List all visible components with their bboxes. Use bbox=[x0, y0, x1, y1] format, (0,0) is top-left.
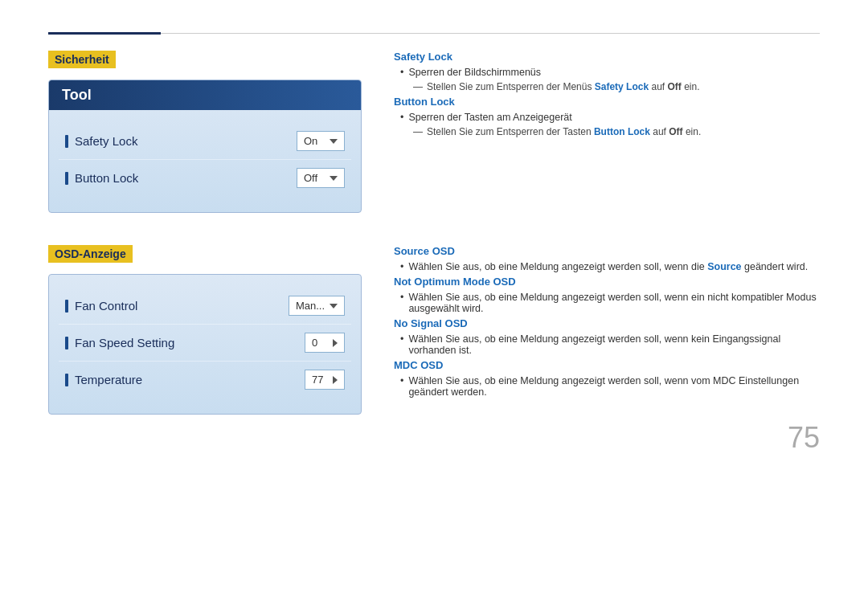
safety-lock-value: On bbox=[304, 135, 317, 147]
safety-lock-bullet-text: Sperren der Bildschirmmenüs bbox=[408, 67, 541, 78]
temperature-stepper[interactable]: 77 bbox=[305, 370, 345, 390]
fan-speed-stepper[interactable]: 0 bbox=[305, 333, 345, 353]
fan-speed-label-text: Fan Speed Setting bbox=[75, 336, 174, 349]
fan-speed-bar bbox=[65, 337, 68, 349]
fan-speed-arrow-icon bbox=[333, 339, 338, 347]
top-rules bbox=[48, 32, 820, 35]
button-lock-link: Button Lock bbox=[592, 126, 653, 137]
sicherheit-section: Sicherheit Tool Safety Lock On bbox=[48, 51, 820, 213]
button-lock-arrow-icon bbox=[330, 176, 338, 181]
fan-control-label-text: Fan Control bbox=[75, 299, 137, 313]
osd-anzeige-header: OSD-Anzeige bbox=[48, 245, 133, 263]
sicherheit-tool-panel: Tool Safety Lock On bbox=[48, 80, 362, 213]
button-lock-sub: Stellen Sie zum Entsperren der Tasten Bu… bbox=[413, 126, 820, 137]
no-signal-title: No Signal OSD bbox=[394, 317, 820, 329]
rule-right bbox=[161, 33, 820, 34]
safety-lock-desc-title: Safety Lock bbox=[394, 51, 820, 63]
sicherheit-right: Safety Lock Sperren der Bildschirmmenüs … bbox=[394, 51, 820, 213]
button-lock-control[interactable]: Off bbox=[297, 168, 345, 188]
mdc-osd-desc: MDC OSD Wählen Sie aus, ob eine Meldung … bbox=[394, 359, 820, 398]
page-container: Sicherheit Tool Safety Lock On bbox=[0, 0, 868, 479]
temperature-label-text: Temperature bbox=[75, 373, 142, 386]
temperature-label: Temperature bbox=[65, 373, 305, 386]
source-osd-desc: Source OSD Wählen Sie aus, ob eine Meldu… bbox=[394, 245, 820, 272]
temperature-row: Temperature 77 bbox=[59, 362, 351, 398]
fan-control-control[interactable]: Man... bbox=[289, 296, 345, 316]
not-optimum-desc: Not Optimum Mode OSD Wählen Sie aus, ob … bbox=[394, 276, 820, 314]
fan-control-value: Man... bbox=[296, 300, 325, 312]
safety-lock-bullet: Sperren der Bildschirmmenüs bbox=[400, 67, 820, 78]
button-lock-label-text: Button Lock bbox=[75, 171, 138, 185]
no-signal-bullet-text: Wählen Sie aus, ob eine Meldung angezeig… bbox=[408, 333, 820, 356]
osd-anzeige-right: Source OSD Wählen Sie aus, ob eine Meldu… bbox=[394, 245, 820, 415]
button-lock-bullet-text: Sperren der Tasten am Anzeigegerät bbox=[408, 112, 571, 123]
no-signal-desc: No Signal OSD Wählen Sie aus, ob eine Me… bbox=[394, 317, 820, 356]
mdc-osd-title: MDC OSD bbox=[394, 359, 820, 371]
fan-control-label: Fan Control bbox=[65, 299, 289, 313]
sicherheit-panel-title: Tool bbox=[49, 80, 361, 110]
button-lock-bar bbox=[65, 172, 68, 185]
mdc-osd-bullet: Wählen Sie aus, ob eine Meldung angezeig… bbox=[400, 375, 820, 398]
sicherheit-header: Sicherheit bbox=[48, 51, 116, 68]
safety-lock-control[interactable]: On bbox=[297, 131, 345, 151]
not-optimum-bullet: Wählen Sie aus, ob eine Meldung angezeig… bbox=[400, 292, 820, 314]
safety-lock-row: Safety Lock On bbox=[59, 123, 351, 160]
button-lock-value: Off bbox=[304, 172, 317, 184]
sicherheit-left: Sicherheit Tool Safety Lock On bbox=[48, 51, 362, 213]
button-lock-row: Button Lock Off bbox=[59, 160, 351, 196]
button-lock-dropdown[interactable]: Off bbox=[297, 168, 345, 188]
safety-lock-desc: Safety Lock Sperren der Bildschirmmenüs … bbox=[394, 51, 820, 92]
temperature-control[interactable]: 77 bbox=[305, 370, 345, 390]
button-lock-off: Off bbox=[666, 126, 686, 137]
safety-lock-arrow-icon bbox=[330, 139, 338, 144]
safety-lock-off: Off bbox=[665, 81, 684, 92]
button-lock-desc-title: Button Lock bbox=[394, 96, 820, 108]
safety-lock-link: Safety Lock bbox=[592, 81, 651, 92]
safety-lock-sub: Stellen Sie zum Entsperren der Menüs Saf… bbox=[413, 81, 820, 92]
temperature-value: 77 bbox=[312, 374, 323, 386]
page-number: 75 bbox=[788, 421, 820, 455]
osd-anzeige-left: OSD-Anzeige Fan Control Man... bbox=[48, 245, 362, 415]
not-optimum-title: Not Optimum Mode OSD bbox=[394, 276, 820, 288]
safety-lock-bar bbox=[65, 135, 68, 148]
rule-left bbox=[48, 32, 161, 35]
safety-lock-dropdown[interactable]: On bbox=[297, 131, 345, 151]
fan-speed-value: 0 bbox=[312, 337, 317, 349]
osd-tool-panel: Fan Control Man... Fan bbox=[48, 274, 362, 415]
button-lock-bullet: Sperren der Tasten am Anzeigegerät bbox=[400, 112, 820, 123]
fan-control-bar bbox=[65, 300, 68, 313]
button-lock-label: Button Lock bbox=[65, 171, 297, 185]
fan-control-row: Fan Control Man... bbox=[59, 288, 351, 325]
sicherheit-panel-body: Safety Lock On Button bbox=[49, 110, 361, 212]
osd-panel-body: Fan Control Man... Fan bbox=[49, 275, 361, 414]
safety-lock-label: Safety Lock bbox=[65, 134, 297, 148]
source-link: Source bbox=[705, 261, 744, 272]
source-osd-bullet: Wählen Sie aus, ob eine Meldung angezeig… bbox=[400, 261, 820, 272]
source-osd-title: Source OSD bbox=[394, 245, 820, 257]
temperature-arrow-icon bbox=[333, 376, 338, 384]
temperature-bar bbox=[65, 374, 68, 386]
not-optimum-bullet-text: Wählen Sie aus, ob eine Meldung angezeig… bbox=[408, 292, 820, 314]
fan-control-dropdown[interactable]: Man... bbox=[289, 296, 345, 316]
osd-anzeige-section: OSD-Anzeige Fan Control Man... bbox=[48, 245, 820, 415]
no-signal-bullet: Wählen Sie aus, ob eine Meldung angezeig… bbox=[400, 333, 820, 356]
fan-speed-row: Fan Speed Setting 0 bbox=[59, 325, 351, 362]
fan-speed-control[interactable]: 0 bbox=[305, 333, 345, 353]
button-lock-desc: Button Lock Sperren der Tasten am Anzeig… bbox=[394, 96, 820, 137]
fan-speed-label: Fan Speed Setting bbox=[65, 336, 305, 349]
safety-lock-label-text: Safety Lock bbox=[75, 134, 137, 148]
fan-control-arrow-icon bbox=[330, 304, 338, 309]
mdc-osd-bullet-text: Wählen Sie aus, ob eine Meldung angezeig… bbox=[408, 375, 820, 398]
